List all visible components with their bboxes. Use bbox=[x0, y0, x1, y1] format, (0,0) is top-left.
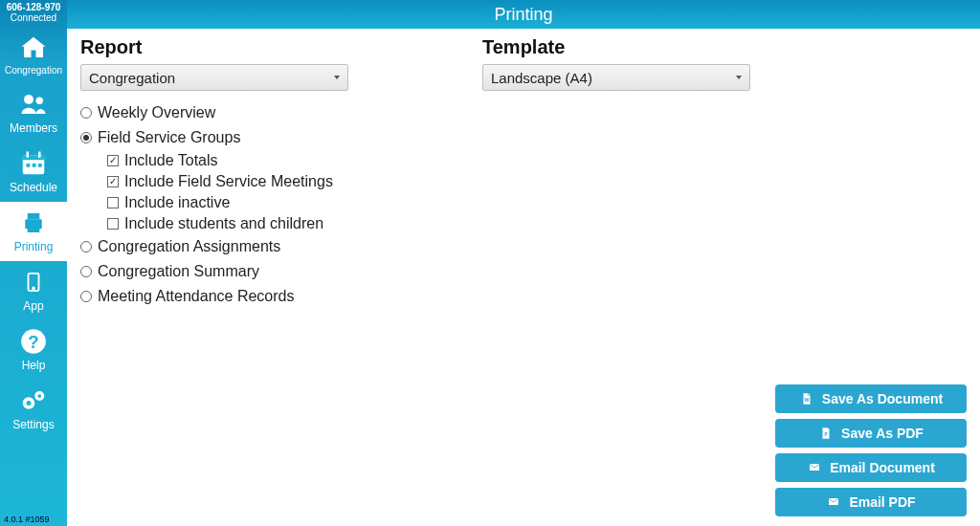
gears-icon bbox=[18, 385, 49, 416]
svg-point-0 bbox=[24, 95, 33, 104]
option-label: Meeting Attendance Records bbox=[98, 288, 294, 305]
svg-rect-7 bbox=[33, 164, 36, 167]
version-footer: 4.0.1 #1059 bbox=[0, 513, 67, 526]
report-dropdown-value: Congregation bbox=[89, 70, 175, 86]
svg-text:P: P bbox=[825, 432, 828, 437]
subopt-include-students[interactable]: Include students and children bbox=[107, 213, 444, 234]
sidebar-item-app[interactable]: App bbox=[0, 261, 67, 320]
checkbox-icon bbox=[107, 197, 119, 208]
sidebar-item-printing[interactable]: Printing bbox=[0, 202, 67, 261]
svg-point-17 bbox=[27, 401, 32, 405]
house-icon bbox=[18, 33, 49, 63]
subopt-label: Include students and children bbox=[124, 215, 323, 232]
sidebar-item-members[interactable]: Members bbox=[0, 83, 67, 142]
help-icon: ? bbox=[18, 326, 49, 357]
radio-icon bbox=[80, 241, 92, 252]
option-weekly-overview[interactable]: Weekly Overview bbox=[80, 100, 444, 125]
save-as-pdf-button[interactable]: P Save As PDF bbox=[775, 419, 967, 448]
template-heading: Template bbox=[482, 36, 846, 58]
sidebar-item-help[interactable]: ? Help bbox=[0, 320, 67, 380]
connection-code: 606-128-970 bbox=[0, 2, 67, 12]
sidebar-item-label: Printing bbox=[14, 240, 54, 253]
svg-rect-11 bbox=[28, 227, 40, 232]
sidebar-item-schedule[interactable]: Schedule bbox=[0, 142, 67, 202]
option-cong-assignments[interactable]: Congregation Assignments bbox=[80, 234, 444, 259]
subopt-include-fs-meetings[interactable]: Include Field Service Meetings bbox=[107, 171, 444, 192]
svg-rect-5 bbox=[38, 152, 41, 158]
svg-text:?: ? bbox=[28, 332, 38, 352]
svg-rect-22 bbox=[810, 464, 819, 471]
option-label: Weekly Overview bbox=[98, 104, 215, 121]
svg-rect-4 bbox=[27, 152, 30, 158]
option-field-service-groups[interactable]: Field Service Groups bbox=[80, 125, 444, 150]
template-dropdown-value: Landscape (A4) bbox=[491, 70, 592, 86]
template-dropdown[interactable]: Landscape (A4) bbox=[482, 64, 750, 91]
sidebar: 606-128-970 Connected Congregation Membe… bbox=[0, 0, 67, 526]
svg-point-19 bbox=[37, 394, 41, 398]
radio-icon bbox=[80, 291, 92, 302]
subopt-label: Include Field Service Meetings bbox=[124, 173, 333, 190]
option-label: Congregation Assignments bbox=[98, 238, 280, 255]
svg-point-1 bbox=[36, 98, 44, 105]
svg-rect-23 bbox=[829, 498, 838, 505]
document-icon: W bbox=[799, 391, 814, 406]
sidebar-item-congregation[interactable]: Congregation bbox=[0, 27, 67, 83]
envelope-icon bbox=[807, 460, 822, 475]
checkbox-icon bbox=[107, 155, 119, 166]
connection-status: Connected bbox=[0, 12, 67, 23]
content-area: Report Congregation Weekly Overview Fiel… bbox=[67, 29, 980, 526]
subopt-include-inactive[interactable]: Include inactive bbox=[107, 192, 444, 213]
save-as-document-button[interactable]: W Save As Document bbox=[775, 384, 967, 413]
radio-icon bbox=[80, 107, 92, 119]
email-pdf-button[interactable]: Email PDF bbox=[775, 488, 967, 516]
checkbox-icon bbox=[107, 176, 119, 187]
main-area: Printing Report Congregation Weekly Over… bbox=[67, 0, 980, 526]
svg-point-13 bbox=[33, 288, 34, 290]
button-label: Email Document bbox=[830, 460, 935, 475]
phone-icon bbox=[18, 267, 49, 297]
people-icon bbox=[18, 89, 49, 120]
subopt-label: Include inactive bbox=[124, 194, 230, 211]
report-options: Weekly Overview Field Service Groups Inc… bbox=[80, 100, 444, 309]
checkbox-icon bbox=[107, 218, 119, 230]
option-meeting-attendance[interactable]: Meeting Attendance Records bbox=[80, 284, 444, 309]
chevron-down-icon bbox=[736, 76, 742, 79]
printer-icon bbox=[18, 208, 49, 238]
sidebar-item-settings[interactable]: Settings bbox=[0, 380, 67, 439]
sidebar-item-label: Congregation bbox=[5, 65, 62, 76]
report-heading: Report bbox=[80, 36, 444, 58]
email-document-button[interactable]: Email Document bbox=[775, 453, 967, 482]
option-label: Congregation Summary bbox=[98, 263, 259, 280]
svg-rect-6 bbox=[27, 164, 31, 167]
report-dropdown[interactable]: Congregation bbox=[80, 64, 348, 91]
option-label: Field Service Groups bbox=[98, 129, 240, 146]
action-buttons: W Save As Document P Save As PDF Email D… bbox=[775, 384, 967, 516]
subopt-label: Include Totals bbox=[124, 152, 218, 169]
sidebar-item-label: Settings bbox=[12, 418, 54, 431]
pdf-icon: P bbox=[818, 426, 834, 441]
option-cong-summary[interactable]: Congregation Summary bbox=[80, 259, 444, 284]
envelope-icon bbox=[826, 494, 841, 510]
radio-icon bbox=[80, 132, 92, 143]
subopt-include-totals[interactable]: Include Totals bbox=[107, 150, 444, 171]
svg-rect-3 bbox=[23, 155, 45, 160]
sidebar-item-label: Members bbox=[10, 121, 57, 135]
connection-indicator: 606-128-970 Connected bbox=[0, 0, 67, 27]
button-label: Save As PDF bbox=[841, 426, 924, 441]
page-title: Printing bbox=[67, 0, 980, 29]
svg-rect-10 bbox=[28, 213, 40, 219]
calendar-icon bbox=[18, 148, 49, 179]
sidebar-item-label: Schedule bbox=[10, 181, 57, 194]
svg-rect-8 bbox=[38, 164, 42, 167]
report-column: Report Congregation Weekly Overview Fiel… bbox=[80, 36, 444, 518]
button-label: Save As Document bbox=[822, 391, 943, 406]
sidebar-item-label: Help bbox=[22, 359, 46, 372]
chevron-down-icon bbox=[334, 76, 340, 79]
sidebar-item-label: App bbox=[23, 299, 43, 313]
field-service-suboptions: Include Totals Include Field Service Mee… bbox=[80, 150, 444, 234]
button-label: Email PDF bbox=[849, 494, 915, 510]
svg-text:W: W bbox=[804, 397, 809, 403]
radio-icon bbox=[80, 266, 92, 277]
